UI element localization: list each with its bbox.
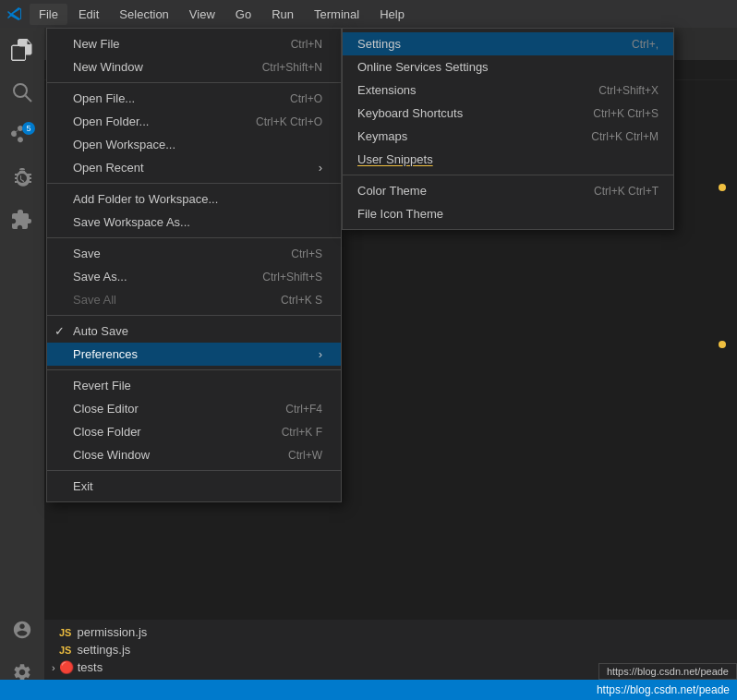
minimap-dot-2 [719,341,726,348]
status-bar: https://blog.csdn.net/peade [0,680,737,700]
sep-2 [47,183,341,184]
menu-save[interactable]: Save Ctrl+S [47,242,341,265]
menu-file[interactable]: File [30,4,67,25]
menu-help[interactable]: Help [370,4,414,25]
menu-open-workspace[interactable]: Open Workspace... [47,133,341,156]
file-permission-js[interactable]: JS permission.js [44,623,737,641]
menu-selection[interactable]: Selection [110,4,177,25]
sep-4 [47,315,341,316]
menu-open-file[interactable]: Open File... Ctrl+O [47,87,341,110]
extensions-activity-icon[interactable] [4,201,41,238]
sep-6 [47,470,341,471]
menu-preferences[interactable]: Preferences › [47,343,341,366]
preferences-menu: Settings Ctrl+, Online Services Settings… [342,28,674,230]
pref-settings[interactable]: Settings Ctrl+, [343,32,673,55]
svg-point-0 [14,84,27,97]
minimap-dot-1 [719,184,726,191]
menu-exit[interactable]: Exit [47,475,341,498]
menu-open-recent[interactable]: Open Recent › [47,156,341,179]
menu-edit[interactable]: Edit [69,4,108,25]
pref-extensions[interactable]: Extensions Ctrl+Shift+X [343,78,673,102]
sep-5 [47,369,341,370]
pref-sep [343,175,673,175]
menu-save-workspace[interactable]: Save Workspace As... [47,211,341,234]
menu-run[interactable]: Run [262,4,303,25]
menu-open-folder[interactable]: Open Folder... Ctrl+K Ctrl+O [47,110,341,133]
source-control-activity-icon[interactable]: 5 [4,116,41,153]
menu-close-editor[interactable]: Close Editor Ctrl+F4 [47,397,341,420]
pref-keyboard-shortcuts[interactable]: Keyboard Shortcuts Ctrl+K Ctrl+S [343,102,673,125]
activity-bar: 5 [0,28,44,700]
menu-terminal[interactable]: Terminal [305,4,368,25]
menu-new-file[interactable]: New File Ctrl+N [47,32,341,55]
menu-view[interactable]: View [180,4,224,25]
status-right: https://blog.csdn.net/peade [597,683,730,696]
sep-3 [47,237,341,238]
search-activity-icon[interactable] [4,74,41,111]
tooltip-bar: https://blog.csdn.net/peade [598,663,737,680]
pref-color-theme[interactable]: Color Theme Ctrl+K Ctrl+T [343,179,673,202]
title-bar: File Edit Selection View Go Run Terminal… [0,0,737,28]
svg-line-1 [26,96,32,103]
menu-close-folder[interactable]: Close Folder Ctrl+K F [47,420,341,443]
menu-save-as[interactable]: Save As... Ctrl+Shift+S [47,265,341,288]
debug-activity-icon[interactable] [4,159,41,196]
pref-online-services[interactable]: Online Services Settings [343,55,673,78]
file-settings-js[interactable]: JS settings.js [44,641,737,658]
file-menu: New File Ctrl+N New Window Ctrl+Shift+N … [46,28,342,502]
menu-close-window[interactable]: Close Window Ctrl+W [47,443,341,466]
menu-go[interactable]: Go [226,4,260,25]
menu-add-folder[interactable]: Add Folder to Workspace... [47,187,341,211]
menu-save-all: Save All Ctrl+K S [47,288,341,311]
pref-file-icon-theme[interactable]: File Icon Theme [343,202,673,225]
explorer-activity-icon[interactable] [4,31,41,68]
accounts-activity-icon[interactable] [4,611,41,648]
sep-1 [47,82,341,83]
menu-new-window[interactable]: New Window Ctrl+Shift+N [47,55,341,78]
pref-user-snippets[interactable]: User Snippets [343,148,673,171]
menu-auto-save[interactable]: ✓ Auto Save [47,320,341,343]
source-control-badge: 5 [22,122,35,135]
menu-revert-file[interactable]: Revert File [47,374,341,397]
vscode-icon [7,6,22,21]
pref-keymaps[interactable]: Keymaps Ctrl+K Ctrl+M [343,125,673,148]
